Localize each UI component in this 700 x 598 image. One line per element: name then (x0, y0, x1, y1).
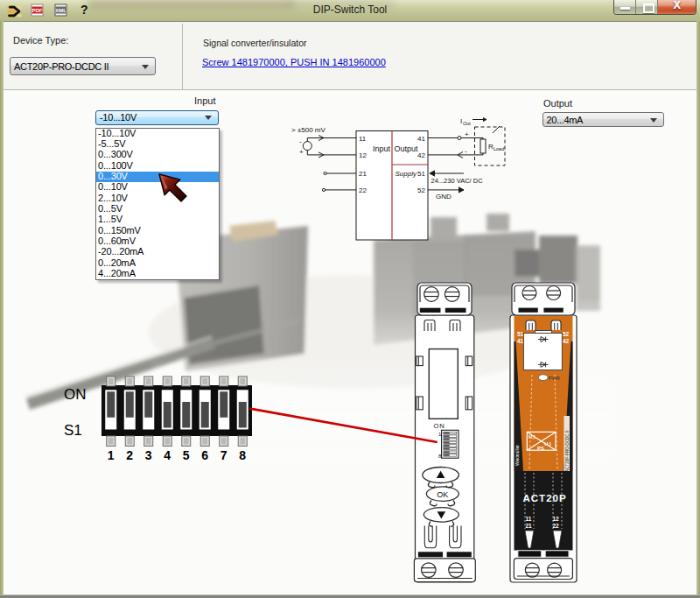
svg-text:Out: Out (463, 121, 471, 126)
svg-text:?: ? (80, 3, 88, 17)
svg-text:7: 7 (220, 448, 228, 462)
svg-text:21: 21 (359, 170, 367, 178)
svg-text:ACT20P-PRO-DCDC II: ACT20P-PRO-DCDC II (565, 431, 570, 472)
svg-text:6: 6 (201, 448, 208, 462)
svg-text:-: - (299, 137, 302, 145)
svg-text:3: 3 (145, 448, 152, 462)
svg-text:52: 52 (563, 331, 570, 337)
svg-text:ON: ON (64, 386, 87, 403)
svg-text:8: 8 (239, 448, 246, 462)
svg-text:22: 22 (359, 186, 367, 194)
svg-text:PS: PS (537, 446, 544, 451)
svg-text:42: 42 (563, 338, 570, 344)
svg-text:GND: GND (436, 193, 452, 201)
svg-text:+: + (299, 148, 304, 156)
svg-text:OK: OK (437, 490, 448, 499)
svg-text:PWR: PWR (549, 376, 560, 381)
svg-text:XML: XML (55, 8, 66, 13)
svg-text:51: 51 (517, 331, 524, 337)
svg-text:12: 12 (553, 516, 560, 522)
svg-text:PDF: PDF (32, 8, 43, 13)
svg-text:42: 42 (417, 151, 425, 159)
svg-text:4: 4 (164, 448, 171, 462)
svg-text:Input: Input (373, 144, 391, 153)
svg-text:22: 22 (553, 523, 560, 529)
svg-text:Supply: Supply (396, 170, 417, 178)
svg-text:41: 41 (417, 135, 425, 143)
svg-text:11: 11 (526, 516, 532, 522)
svg-text:24...230 VAC/ DC: 24...230 VAC/ DC (431, 177, 484, 185)
svg-text:5: 5 (183, 448, 190, 462)
svg-text:I: I (460, 117, 462, 125)
svg-text:U,I: U,I (544, 441, 551, 447)
svg-text:-: - (465, 147, 467, 155)
svg-text:> ±500 mV: > ±500 mV (291, 126, 326, 134)
svg-text:Load: Load (494, 146, 504, 151)
svg-text:41: 41 (517, 338, 524, 344)
svg-text:Output: Output (395, 144, 419, 153)
svg-text:1: 1 (108, 448, 115, 462)
svg-text:21: 21 (526, 523, 533, 529)
svg-text:52: 52 (417, 186, 425, 194)
svg-text:ACT20P: ACT20P (523, 493, 567, 503)
svg-text:51: 51 (417, 170, 425, 178)
svg-text:+: + (465, 130, 469, 138)
svg-text:Weidmüller: Weidmüller (515, 445, 520, 466)
svg-text:S1: S1 (64, 422, 82, 439)
svg-text:U,I: U,I (528, 434, 536, 440)
svg-text:2: 2 (126, 448, 133, 462)
svg-text:12: 12 (359, 151, 367, 159)
svg-text:11: 11 (359, 135, 367, 143)
